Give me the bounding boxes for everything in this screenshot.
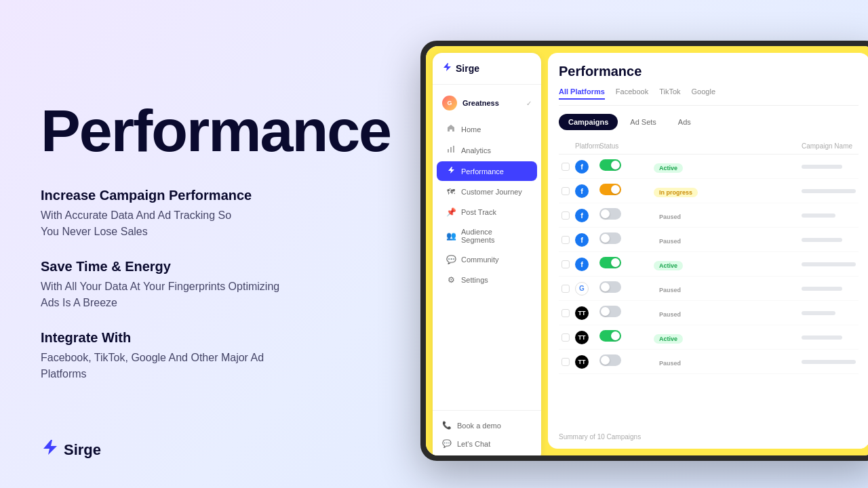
table-row: TT Active xyxy=(559,325,859,350)
view-tabs: Campaigns Ad Sets Ads xyxy=(559,114,859,130)
analytics-icon xyxy=(446,145,456,155)
view-ads[interactable]: Ads xyxy=(669,114,701,130)
svg-rect-0 xyxy=(448,149,449,152)
toggle-switch[interactable] xyxy=(599,354,621,366)
status-badge: Active xyxy=(654,334,683,344)
view-campaigns[interactable]: Campaigns xyxy=(559,114,618,130)
facebook-icon: f xyxy=(575,184,589,198)
campaign-bar xyxy=(802,360,856,364)
table-row: f Active xyxy=(559,155,859,179)
col-status: Status xyxy=(599,142,654,150)
row-checkbox[interactable] xyxy=(561,260,570,268)
nav-performance-label: Performance xyxy=(461,167,504,176)
nav-audience-segments[interactable]: 👥 Audience Segments xyxy=(437,223,537,249)
verify-icon: ✓ xyxy=(526,100,532,107)
facebook-icon: f xyxy=(575,160,589,174)
nav-customer-journey[interactable]: 🗺 Customer Journey xyxy=(437,182,537,201)
settings-icon: ⚙ xyxy=(446,275,456,285)
toggle-switch[interactable] xyxy=(599,159,621,171)
nav-analytics[interactable]: Analytics xyxy=(437,140,537,160)
tablet-content: Sirge G Greatness ✓ xyxy=(426,46,868,455)
customer-journey-icon: 🗺 xyxy=(446,187,456,197)
toggle-switch[interactable] xyxy=(599,232,621,244)
table-row: TT Paused xyxy=(559,350,859,374)
nav-post-track-label: Post Track xyxy=(461,208,496,216)
facebook-icon: f xyxy=(575,258,589,271)
status-badge: Paused xyxy=(654,237,686,246)
table-row: f Paused xyxy=(559,228,859,252)
col-campaign-name: Campaign Name xyxy=(802,142,856,150)
nav-post-track[interactable]: 📌 Post Track xyxy=(437,203,537,222)
audience-icon: 👥 xyxy=(446,231,456,241)
sidebar-logo: Sirge xyxy=(433,62,541,85)
nav-community[interactable]: 💬 Community xyxy=(437,250,537,269)
svg-rect-2 xyxy=(453,146,454,152)
toggle-container xyxy=(599,208,654,222)
community-icon: 💬 xyxy=(446,255,456,264)
campaign-bar xyxy=(802,214,835,218)
sidebar-bolt-icon xyxy=(442,62,452,75)
tab-all-platforms[interactable]: All Platforms xyxy=(559,87,605,100)
col-empty xyxy=(654,142,802,150)
nav-performance[interactable]: Performance xyxy=(437,161,537,181)
tab-facebook[interactable]: Facebook xyxy=(616,87,648,100)
app-sidebar: Sirge G Greatness ✓ xyxy=(433,53,541,455)
col-platform: Platform xyxy=(575,142,599,150)
toggle-switch[interactable] xyxy=(599,208,621,220)
post-track-icon: 📌 xyxy=(446,207,456,217)
campaign-bar xyxy=(802,189,856,193)
nav-settings[interactable]: ⚙ Settings xyxy=(437,270,537,289)
lets-chat-item[interactable]: 💬 Let's Chat xyxy=(433,434,541,453)
nav-community-label: Community xyxy=(461,256,499,264)
workspace-item[interactable]: G Greatness ✓ xyxy=(433,90,541,116)
workspace-avatar: G xyxy=(442,96,457,110)
toggle-switch[interactable] xyxy=(599,257,621,268)
tiktok-icon: TT xyxy=(575,306,589,320)
campaign-bar xyxy=(802,262,856,266)
sidebar-bottom: 📞 Book a demo 💬 Let's Chat xyxy=(433,410,541,453)
toggle-switch[interactable] xyxy=(599,281,621,293)
campaign-bar xyxy=(802,238,842,242)
logo-text: Sirge xyxy=(64,441,101,459)
row-checkbox[interactable] xyxy=(561,285,570,293)
table-row: G Paused xyxy=(559,277,859,301)
table-row: TT Paused xyxy=(559,301,859,325)
row-checkbox[interactable] xyxy=(561,163,570,171)
toggle-switch[interactable] xyxy=(599,330,621,342)
row-checkbox[interactable] xyxy=(561,358,570,366)
status-badge: Active xyxy=(654,163,683,173)
book-demo-icon: 📞 xyxy=(442,421,452,430)
book-demo-item[interactable]: 📞 Book a demo xyxy=(433,416,541,434)
status-badge: Paused xyxy=(654,212,686,222)
toggle-container xyxy=(599,306,654,320)
row-checkbox[interactable] xyxy=(561,236,570,244)
row-checkbox[interactable] xyxy=(561,211,570,220)
toggle-container xyxy=(599,257,654,271)
bottom-logo: Sirge xyxy=(41,439,101,461)
sidebar-logo-text: Sirge xyxy=(456,63,479,74)
toggle-container xyxy=(599,159,654,174)
bolt-icon xyxy=(41,439,58,461)
status-badge: Active xyxy=(654,261,683,270)
tablet-inner: Sirge G Greatness ✓ xyxy=(426,46,868,455)
row-checkbox[interactable] xyxy=(561,309,570,317)
facebook-icon: f xyxy=(575,209,589,222)
platform-tabs: All Platforms Facebook TikTok Google xyxy=(559,87,859,106)
toggle-switch[interactable] xyxy=(599,184,621,195)
right-panel: Sirge G Greatness ✓ xyxy=(380,0,868,488)
tiktok-icon: TT xyxy=(575,355,589,369)
performance-icon xyxy=(446,166,456,176)
content-title: Performance xyxy=(559,64,859,79)
table-row: f Paused xyxy=(559,203,859,228)
status-badge: Paused xyxy=(654,285,686,295)
row-checkbox[interactable] xyxy=(561,187,570,195)
view-adsets[interactable]: Ad Sets xyxy=(620,114,666,130)
tab-google[interactable]: Google xyxy=(692,87,715,100)
svg-rect-1 xyxy=(450,147,452,152)
tab-tiktok[interactable]: TikTok xyxy=(659,87,680,100)
nav-home[interactable]: Home xyxy=(437,119,537,139)
toggle-switch[interactable] xyxy=(599,306,621,317)
row-checkbox[interactable] xyxy=(561,333,570,342)
campaign-bar xyxy=(802,311,835,315)
facebook-icon: f xyxy=(575,233,589,247)
